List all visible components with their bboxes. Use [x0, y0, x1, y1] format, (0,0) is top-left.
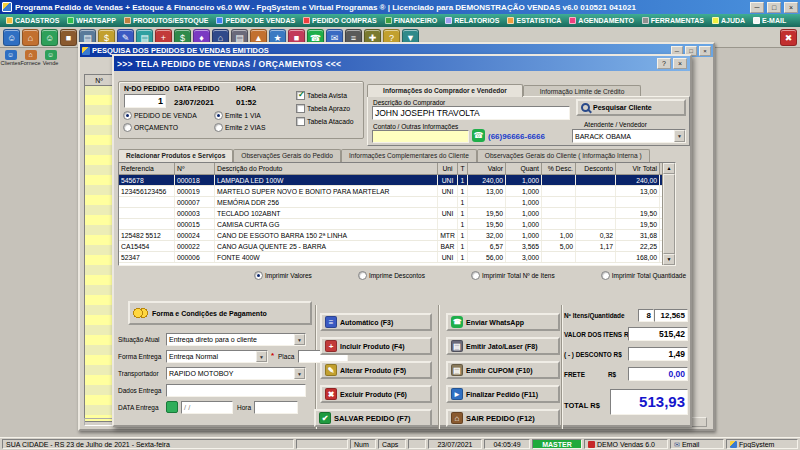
dialog-help-icon[interactable]: ?: [657, 58, 671, 69]
product-row[interactable]: 52347 000006 FONTE 400W UNI 1 56,00 3,00…: [119, 252, 675, 263]
print-option[interactable]: Imprimir Total Nº de Itens: [471, 271, 555, 280]
product-row[interactable]: 000015 CAMISA CURTA GG 1 19,50 1,000 19,…: [119, 219, 675, 230]
scroll-up-icon[interactable]: ▲: [663, 163, 675, 174]
toolbar-icon[interactable]: ⌂: [22, 29, 39, 46]
cell-descricao: FONTE 400W: [215, 252, 438, 262]
menu-item[interactable]: AGENDAMENTO: [565, 14, 637, 27]
price-table-checkbox[interactable]: Tabela Atacado: [296, 117, 353, 126]
menu-item[interactable]: ESTATISTICA: [503, 14, 565, 27]
section-divider: [561, 305, 563, 429]
toolbar-icon[interactable]: ☺: [41, 29, 58, 46]
chevron-down-icon[interactable]: ▼: [294, 368, 305, 379]
hora-entrega-input[interactable]: [254, 401, 298, 414]
shortcut-button[interactable]: ☺ Clientes: [2, 50, 19, 66]
buyer-name-input[interactable]: JOHN JOSEPH TRAVOLTA: [372, 106, 570, 120]
calendar-icon[interactable]: [166, 401, 178, 413]
menu-item[interactable]: WHATSAPP: [63, 14, 120, 27]
product-row[interactable]: 123456123456 000019 MARTELO SUPER NOVO E…: [119, 186, 675, 197]
grid-scrollbar[interactable]: ▲ ▼: [662, 163, 675, 265]
col-numero[interactable]: Nº: [175, 163, 215, 174]
minimize-icon[interactable]: ─: [750, 2, 764, 13]
tab-comprador-vendedor[interactable]: Informações do Comprador e Vendedor: [367, 84, 523, 97]
product-tab[interactable]: Observações Gerais do Cliente ( Informaç…: [477, 149, 650, 162]
search-results-grid[interactable]: Nº: [84, 74, 114, 422]
salvar-pedido-button[interactable]: ✔ SALVAR PEDIDO (F7): [314, 409, 432, 427]
frete-currency-label: R$: [608, 371, 616, 378]
chevron-down-icon[interactable]: ▼: [294, 334, 305, 345]
incluir-produto-button[interactable]: + Incluir Produto (F4): [320, 337, 432, 355]
dialog-close-icon[interactable]: ×: [673, 58, 687, 69]
menu-item-icon: [124, 17, 131, 24]
emitir-jato-laser-button[interactable]: ▤ Emitir Jato/Laser (F8): [446, 337, 560, 355]
contato-input[interactable]: [372, 130, 469, 143]
col-perc-desc[interactable]: % Desc.: [542, 163, 576, 174]
automatico-button[interactable]: ≡ Automático (F3): [320, 313, 432, 331]
emitir-cupom-button[interactable]: ▤ Emitir CUPOM (F10): [446, 361, 560, 379]
product-row[interactable]: 000003 TECLADO 102ABNT UNI 1 19,50 1,000…: [119, 208, 675, 219]
col-quant[interactable]: Quant: [506, 163, 542, 174]
menu-item[interactable]: PEDIDO DE VENDAS: [212, 14, 299, 27]
price-table-checkbox[interactable]: Tabela Avista: [296, 91, 353, 100]
col-desconto[interactable]: Desconto: [576, 163, 616, 174]
toolbar-icon[interactable]: ✖: [780, 29, 797, 46]
shortcut-button[interactable]: ☺ Vende: [42, 50, 59, 66]
maximize-icon[interactable]: □: [767, 2, 781, 13]
dados-entrega-input[interactable]: [166, 384, 306, 397]
scroll-down-icon[interactable]: ▼: [663, 254, 675, 265]
data-entrega-input[interactable]: / /: [181, 401, 233, 414]
col-descricao[interactable]: Descrição do Produto: [215, 163, 438, 174]
print-option[interactable]: Imprimir Total Quantidade: [601, 271, 686, 280]
print-option[interactable]: Imprime Descontos: [358, 271, 425, 280]
chevron-down-icon[interactable]: ▼: [256, 351, 267, 362]
excluir-produto-button[interactable]: ✖ Excluir Produto (F6): [320, 385, 432, 403]
menu-item-icon: [303, 17, 310, 24]
scroll-thumb[interactable]: [663, 174, 675, 254]
forma-pagamento-button[interactable]: Forma e Condições de Pagamento: [128, 301, 312, 325]
menu-item[interactable]: E-MAIL: [749, 14, 790, 27]
col-valor[interactable]: Valor: [468, 163, 506, 174]
sair-pedido-button[interactable]: ⌂ SAIR PEDIDO (F12): [446, 409, 560, 427]
col-vlr-total[interactable]: Vlr Total: [616, 163, 660, 174]
option-emite-1-via[interactable]: Emite 1 VIA: [214, 111, 261, 120]
shortcut-button[interactable]: ⌂ Fornece: [22, 50, 39, 66]
situacao-select[interactable]: Entrega direto para o cliente ▼: [166, 333, 306, 346]
option-pedido-de-venda[interactable]: PEDIDO DE VENDA: [123, 111, 197, 120]
col-t[interactable]: T: [458, 163, 468, 174]
price-table-checkbox[interactable]: Tabela Aprazo: [296, 104, 353, 113]
pesquisar-cliente-button[interactable]: Pesquisar Cliente: [576, 99, 686, 116]
product-row[interactable]: 545678 000018 LAMPADA LED 100W UNI 1 240…: [119, 175, 675, 186]
product-row[interactable]: 000007 MEMÓRIA DDR 256 1 1,000: [119, 197, 675, 208]
option-orcamento[interactable]: ORÇAMENTO: [123, 123, 178, 132]
product-tab[interactable]: Observações Gerais do Pedido: [233, 149, 341, 162]
menu-item[interactable]: FERRAMENTAS: [638, 14, 708, 27]
close-icon[interactable]: ×: [784, 2, 798, 13]
print-option[interactable]: Imprimir Valores: [254, 271, 312, 280]
frete-value[interactable]: 0,00: [628, 367, 688, 381]
col-referencia[interactable]: Referencia: [119, 163, 175, 174]
order-number-input[interactable]: 1: [124, 94, 166, 108]
menu-item[interactable]: AJUDA: [708, 14, 749, 27]
col-uni[interactable]: Uni: [438, 163, 458, 174]
chevron-down-icon[interactable]: ▼: [674, 130, 685, 142]
alterar-produto-button[interactable]: ✎ Alterar Produto (F5): [320, 361, 432, 379]
enviar-whatsapp-button[interactable]: ☎ Enviar WhatsApp: [446, 313, 560, 331]
forma-entrega-select[interactable]: Entrega Normal ▼: [166, 350, 268, 363]
menu-item[interactable]: PRODUTOS/ESTOQUE: [120, 14, 213, 27]
vendedor-select[interactable]: BARACK OBAMA ▼: [572, 129, 686, 143]
product-tab[interactable]: Informações Complementares do Cliente: [341, 149, 477, 162]
menu-item[interactable]: FINANCEIRO: [381, 14, 442, 27]
option-emite-2-vias[interactable]: Emite 2 VIAS: [214, 123, 265, 132]
finalizar-pedido-button[interactable]: ► Finalizar Pedido (F11): [446, 385, 560, 403]
product-row[interactable]: 125482 5512 000024 CANO DE ESGOTO BARRA …: [119, 230, 675, 241]
status-email[interactable]: ✉ Email: [670, 439, 724, 449]
product-row[interactable]: CA15454 000022 CANO AGUA QUENTE 25 - BAR…: [119, 241, 675, 252]
toolbar-icon[interactable]: ■: [60, 29, 77, 46]
menu-item[interactable]: CADASTROS: [2, 14, 63, 27]
menu-item-label: AGENDAMENTO: [578, 17, 633, 24]
menu-item[interactable]: PEDIDO COMPRAS: [299, 14, 381, 27]
menu-item[interactable]: RELATORIOS: [441, 14, 503, 27]
product-tab[interactable]: Relacionar Produtos e Serviços: [118, 149, 233, 162]
toolbar-icon[interactable]: ☺: [3, 29, 20, 46]
transportador-select[interactable]: RAPIDO MOTOBOY ▼: [166, 367, 306, 380]
search-close-icon[interactable]: ×: [699, 46, 711, 56]
